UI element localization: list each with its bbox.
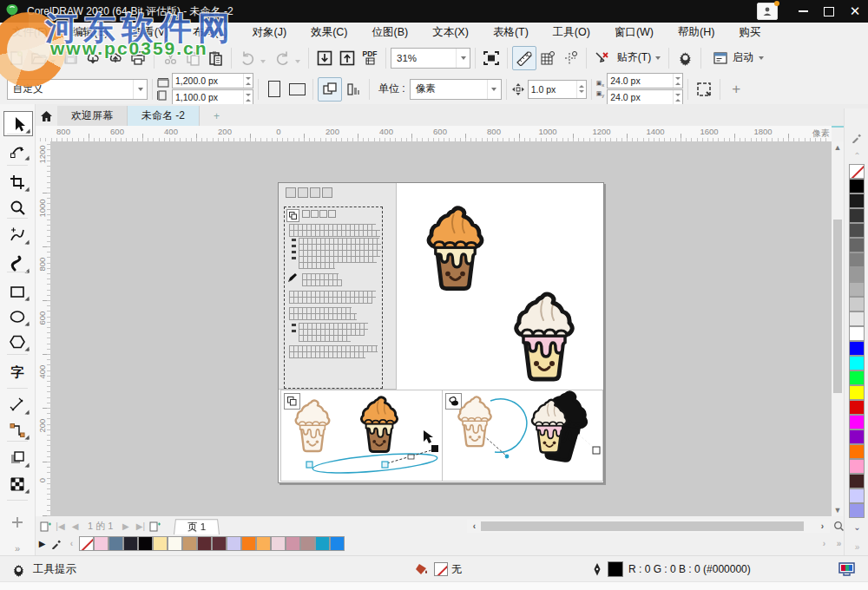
- color-swatch[interactable]: [849, 297, 865, 311]
- color-swatch[interactable]: [849, 370, 865, 385]
- customize-plus-tool[interactable]: [3, 510, 31, 534]
- color-swatch[interactable]: [168, 536, 182, 551]
- duplicate-x-field[interactable]: 24.0 px: [607, 73, 683, 88]
- close-button[interactable]: ✕: [842, 2, 868, 21]
- print-button[interactable]: [127, 47, 149, 69]
- all-pages-button[interactable]: [318, 77, 342, 102]
- horizontal-scroll-thumb[interactable]: [481, 521, 804, 531]
- menu-item-6[interactable]: 位图(B): [360, 23, 421, 42]
- save-button[interactable]: [59, 47, 82, 69]
- polygon-tool[interactable]: [3, 330, 31, 353]
- menu-item-3[interactable]: 布局(L): [181, 23, 240, 42]
- color-swatch[interactable]: [286, 536, 300, 551]
- outline-pen-icon[interactable]: [592, 562, 602, 577]
- minimize-button[interactable]: [790, 2, 816, 21]
- palette-expand-button[interactable]: »: [850, 540, 865, 554]
- color-swatch[interactable]: [849, 341, 865, 356]
- maximize-button[interactable]: [816, 2, 842, 21]
- color-swatch[interactable]: [256, 536, 271, 551]
- color-swatch[interactable]: [849, 326, 865, 341]
- pattern-fill-tool[interactable]: [3, 472, 31, 495]
- color-swatch[interactable]: [138, 536, 153, 551]
- tab-untitled-2[interactable]: 未命名 -2: [128, 106, 200, 126]
- new-tab-button[interactable]: +: [200, 106, 233, 126]
- pick-tool[interactable]: [3, 111, 33, 136]
- color-swatch[interactable]: [849, 488, 865, 503]
- menu-item-0[interactable]: 文件(F): [0, 23, 60, 42]
- units-dropdown[interactable]: [487, 80, 501, 99]
- color-swatch[interactable]: [849, 385, 865, 400]
- color-swatch[interactable]: [849, 179, 865, 193]
- menu-item-7[interactable]: 文本(X): [420, 23, 481, 42]
- text-tool[interactable]: 字: [3, 360, 31, 384]
- color-swatch[interactable]: [182, 536, 197, 551]
- copy-button[interactable]: [181, 47, 204, 69]
- show-guidelines-toggle[interactable]: [559, 47, 582, 69]
- palette-scroll-up[interactable]: ⌃: [850, 148, 865, 162]
- fill-status-icon[interactable]: [415, 562, 431, 576]
- cupcake-orange[interactable]: [414, 205, 496, 297]
- menu-item-5[interactable]: 效果(C): [299, 23, 359, 42]
- open-button[interactable]: [28, 47, 50, 69]
- color-swatch[interactable]: [849, 459, 865, 474]
- units-combo[interactable]: 像素: [410, 79, 502, 100]
- cupcake-pink[interactable]: [501, 291, 588, 388]
- zoom-level-dropdown[interactable]: [456, 49, 470, 68]
- page-width-field[interactable]: 1,200.0 px: [172, 73, 253, 88]
- color-swatch[interactable]: [849, 223, 865, 238]
- color-swatch[interactable]: [849, 356, 865, 370]
- add-page-start-button[interactable]: [38, 520, 53, 534]
- color-swatch[interactable]: [849, 252, 865, 267]
- freehand-tool[interactable]: [3, 223, 31, 246]
- menu-item-8[interactable]: 表格(T): [481, 23, 541, 42]
- palette-scroll-down[interactable]: ⌄: [850, 520, 865, 534]
- fill-color-none-swatch[interactable]: [434, 562, 448, 576]
- crop-tool[interactable]: [3, 170, 31, 193]
- color-swatch[interactable]: [849, 282, 865, 297]
- horizontal-scrollbar[interactable]: ‹ ›: [467, 520, 830, 533]
- scroll-left-arrow[interactable]: ‹: [467, 520, 482, 534]
- status-gear-icon[interactable]: [7, 558, 30, 580]
- color-swatch[interactable]: [153, 536, 168, 551]
- scroll-up-arrow[interactable]: ▲: [832, 141, 844, 154]
- page-preset-combo[interactable]: 自定义: [7, 79, 148, 100]
- shape-tool[interactable]: [3, 139, 31, 162]
- color-eyedropper-icon[interactable]: [850, 130, 865, 144]
- page-1-tab[interactable]: 页 1: [174, 519, 220, 534]
- color-swatch[interactable]: [849, 267, 865, 282]
- vertical-ruler[interactable]: 120010008006004002000: [35, 141, 51, 516]
- add-page-end-button[interactable]: [148, 520, 162, 534]
- options-gear-button[interactable]: [674, 47, 696, 69]
- color-swatch[interactable]: [315, 536, 330, 551]
- color-swatch[interactable]: [271, 536, 286, 551]
- horizontal-ruler[interactable]: 像素80060040020002004006008001000120014001…: [35, 126, 832, 142]
- color-swatch[interactable]: [241, 536, 256, 551]
- launcher-button[interactable]: 启动: [706, 47, 772, 69]
- color-swatch[interactable]: [330, 536, 345, 551]
- drawing-canvas[interactable]: [50, 141, 832, 516]
- previous-page-button[interactable]: ◀: [68, 520, 82, 534]
- add-property-button[interactable]: +: [725, 78, 747, 101]
- zoom-level-combo[interactable]: 31%: [391, 48, 470, 69]
- color-swatch-none[interactable]: [849, 164, 865, 179]
- rectangle-tool[interactable]: [3, 279, 31, 303]
- color-swatch[interactable]: [849, 503, 865, 518]
- current-page-button[interactable]: [342, 78, 365, 101]
- color-swatch[interactable]: [849, 415, 865, 429]
- open-from-cloud-button[interactable]: [82, 47, 104, 69]
- undo-button[interactable]: [236, 47, 259, 69]
- menu-item-11[interactable]: 帮助(H): [666, 23, 727, 42]
- scroll-right-arrow[interactable]: ›: [815, 520, 830, 534]
- scroll-down-arrow[interactable]: ▼: [832, 504, 844, 516]
- color-swatch-none[interactable]: [79, 536, 94, 551]
- menu-item-10[interactable]: 窗口(W): [602, 23, 666, 42]
- home-tab-button[interactable]: [35, 106, 57, 126]
- palette-flyout-arrow[interactable]: ▶: [35, 537, 49, 551]
- publish-pdf-button[interactable]: PDF: [358, 47, 381, 69]
- color-swatch[interactable]: [849, 193, 865, 208]
- color-swatch[interactable]: [300, 536, 315, 551]
- color-swatch[interactable]: [849, 444, 865, 459]
- palette-scroll-left[interactable]: ‹: [64, 537, 79, 551]
- menu-item-4[interactable]: 对象(J): [240, 23, 299, 42]
- snap-to-button[interactable]: 贴齐(T): [614, 47, 664, 69]
